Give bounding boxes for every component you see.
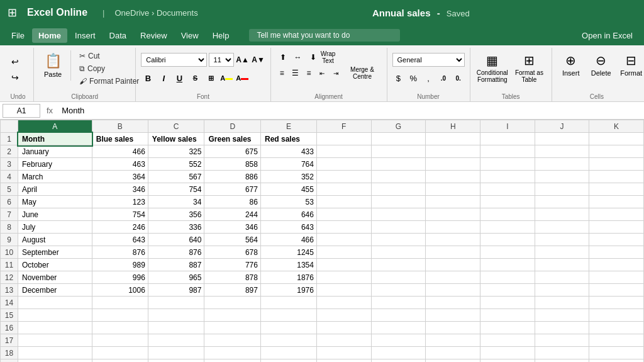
cell-h19[interactable] bbox=[426, 359, 480, 363]
cell-j14[interactable] bbox=[535, 297, 589, 309]
row-header[interactable]: 16 bbox=[1, 322, 18, 334]
cell-h11[interactable] bbox=[426, 259, 480, 271]
cell-h9[interactable] bbox=[426, 234, 480, 246]
cell-b5[interactable]: 346 bbox=[92, 183, 148, 196]
cell-i16[interactable] bbox=[480, 322, 535, 334]
row-header[interactable]: 13 bbox=[1, 284, 18, 297]
cell-k19[interactable] bbox=[589, 359, 644, 363]
cell-i18[interactable] bbox=[480, 347, 535, 359]
cell-j11[interactable] bbox=[535, 259, 589, 271]
row-header[interactable]: 3 bbox=[1, 158, 18, 171]
cell-e7[interactable]: 646 bbox=[260, 208, 316, 221]
row-header[interactable]: 8 bbox=[1, 221, 18, 234]
cell-f3[interactable] bbox=[316, 158, 371, 171]
cell-i17[interactable] bbox=[480, 334, 535, 347]
cell-k6[interactable] bbox=[589, 196, 644, 208]
cell-k11[interactable] bbox=[589, 259, 644, 271]
cell-g7[interactable] bbox=[371, 208, 426, 221]
align-bottom-button[interactable]: ⬇ bbox=[306, 50, 320, 64]
cell-d19[interactable] bbox=[204, 359, 261, 363]
cell-g10[interactable] bbox=[371, 246, 426, 259]
cell-h8[interactable] bbox=[426, 221, 480, 234]
font-decrease-button[interactable]: A▼ bbox=[252, 53, 265, 67]
cell-d6[interactable]: 86 bbox=[204, 196, 261, 208]
cell-g12[interactable] bbox=[371, 271, 426, 284]
cell-d2[interactable]: 675 bbox=[204, 145, 261, 158]
cell-c19[interactable] bbox=[148, 359, 204, 363]
col-header-a[interactable]: A bbox=[18, 120, 92, 133]
row-header[interactable]: 12 bbox=[1, 271, 18, 284]
cell-h17[interactable] bbox=[426, 334, 480, 347]
cell-k12[interactable] bbox=[589, 271, 644, 284]
cell-b13[interactable]: 1006 bbox=[92, 284, 148, 297]
cell-i14[interactable] bbox=[480, 297, 535, 309]
cell-reference-input[interactable] bbox=[3, 104, 40, 118]
cell-i1[interactable] bbox=[480, 133, 535, 145]
cell-g19[interactable] bbox=[371, 359, 426, 363]
cell-j13[interactable] bbox=[535, 284, 589, 297]
cell-j17[interactable] bbox=[535, 334, 589, 347]
cell-b19[interactable] bbox=[92, 359, 148, 363]
cell-c10[interactable]: 876 bbox=[148, 246, 204, 259]
redo-button[interactable]: ↪ bbox=[8, 70, 23, 85]
cell-d10[interactable]: 678 bbox=[204, 246, 261, 259]
cell-b18[interactable] bbox=[92, 347, 148, 359]
align-center-button[interactable]: ☰ bbox=[289, 66, 301, 80]
cell-j15[interactable] bbox=[535, 309, 589, 322]
cell-g1[interactable] bbox=[371, 133, 426, 145]
cell-a14[interactable] bbox=[18, 297, 92, 309]
cell-k4[interactable] bbox=[589, 171, 644, 183]
cell-g14[interactable] bbox=[371, 297, 426, 309]
cell-i13[interactable] bbox=[480, 284, 535, 297]
cell-f1[interactable] bbox=[316, 133, 371, 145]
cell-k18[interactable] bbox=[589, 347, 644, 359]
cell-c3[interactable]: 552 bbox=[148, 158, 204, 171]
row-header[interactable]: 14 bbox=[1, 297, 18, 309]
cell-e4[interactable]: 352 bbox=[260, 171, 316, 183]
cell-i4[interactable] bbox=[480, 171, 535, 183]
cell-e16[interactable] bbox=[260, 322, 316, 334]
cell-k1[interactable] bbox=[589, 133, 644, 145]
cell-k2[interactable] bbox=[589, 145, 644, 158]
cell-c8[interactable]: 336 bbox=[148, 221, 204, 234]
cell-f5[interactable] bbox=[316, 183, 371, 196]
cell-g5[interactable] bbox=[371, 183, 426, 196]
cell-h1[interactable] bbox=[426, 133, 480, 145]
percent-button[interactable]: % bbox=[407, 71, 419, 85]
cell-i7[interactable] bbox=[480, 208, 535, 221]
cell-b14[interactable] bbox=[92, 297, 148, 309]
cell-h5[interactable] bbox=[426, 183, 480, 196]
cell-k17[interactable] bbox=[589, 334, 644, 347]
cell-h13[interactable] bbox=[426, 284, 480, 297]
cell-f2[interactable] bbox=[316, 145, 371, 158]
cell-b9[interactable]: 643 bbox=[92, 234, 148, 246]
cell-i19[interactable] bbox=[480, 359, 535, 363]
cell-a1[interactable]: Month bbox=[18, 133, 92, 145]
cell-f8[interactable] bbox=[316, 221, 371, 234]
cell-e15[interactable] bbox=[260, 309, 316, 322]
cell-e5[interactable]: 455 bbox=[260, 183, 316, 196]
cell-f9[interactable] bbox=[316, 234, 371, 246]
cell-a2[interactable]: January bbox=[18, 145, 92, 158]
cell-f12[interactable] bbox=[316, 271, 371, 284]
cell-d13[interactable]: 897 bbox=[204, 284, 261, 297]
cell-h7[interactable] bbox=[426, 208, 480, 221]
cell-c4[interactable]: 567 bbox=[148, 171, 204, 183]
col-header-h[interactable]: H bbox=[426, 120, 480, 133]
col-header-i[interactable]: I bbox=[480, 120, 535, 133]
menu-insert[interactable]: Insert bbox=[69, 28, 102, 43]
cell-g2[interactable] bbox=[371, 145, 426, 158]
menu-data[interactable]: Data bbox=[103, 28, 133, 43]
cell-j5[interactable] bbox=[535, 183, 589, 196]
cell-c12[interactable]: 965 bbox=[148, 271, 204, 284]
cell-h4[interactable] bbox=[426, 171, 480, 183]
cell-e10[interactable]: 1245 bbox=[260, 246, 316, 259]
cell-a4[interactable]: March bbox=[18, 171, 92, 183]
cell-d12[interactable]: 878 bbox=[204, 271, 261, 284]
align-left-button[interactable]: ≡ bbox=[276, 66, 288, 80]
cell-d3[interactable]: 858 bbox=[204, 158, 261, 171]
copy-button[interactable]: ⧉ Copy bbox=[76, 63, 142, 74]
cell-i6[interactable] bbox=[480, 196, 535, 208]
col-header-g[interactable]: G bbox=[371, 120, 426, 133]
cell-i9[interactable] bbox=[480, 234, 535, 246]
